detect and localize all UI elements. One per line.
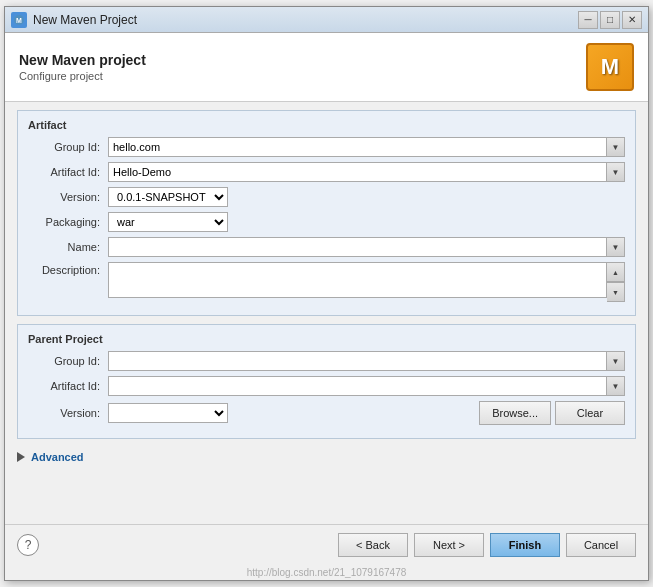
parent-version-row: Version: Browse... Clear	[28, 401, 625, 425]
version-select[interactable]: 0.0.1-SNAPSHOT	[108, 187, 228, 207]
name-dropdown-arrow[interactable]: ▼	[607, 237, 625, 257]
cancel-button[interactable]: Cancel	[566, 533, 636, 557]
next-button[interactable]: Next >	[414, 533, 484, 557]
footer: ? < Back Next > Finish Cancel	[5, 524, 648, 565]
finish-button[interactable]: Finish	[490, 533, 560, 557]
parent-section: Parent Project Group Id: ▼ Artifact Id: …	[17, 324, 636, 439]
browse-button[interactable]: Browse...	[479, 401, 551, 425]
parent-section-label: Parent Project	[28, 333, 625, 345]
parent-artifact-id-arrow[interactable]: ▼	[607, 376, 625, 396]
parent-version-label: Version:	[28, 407, 108, 419]
parent-artifact-id-label: Artifact Id:	[28, 380, 108, 392]
maven-logo: M	[586, 43, 634, 91]
window-title: New Maven Project	[33, 13, 578, 27]
parent-group-id-row: Group Id: ▼	[28, 351, 625, 371]
maximize-button[interactable]: □	[600, 11, 620, 29]
group-id-dropdown-arrow[interactable]: ▼	[607, 137, 625, 157]
footer-buttons: < Back Next > Finish Cancel	[39, 533, 636, 557]
artifact-id-field-wrapper: ▼	[108, 162, 625, 182]
advanced-triangle-icon	[17, 452, 25, 462]
main-window: M New Maven Project ─ □ ✕ New Maven proj…	[4, 6, 649, 581]
packaging-label: Packaging:	[28, 216, 108, 228]
parent-group-id-arrow[interactable]: ▼	[607, 351, 625, 371]
version-row: Version: 0.0.1-SNAPSHOT	[28, 187, 625, 207]
artifact-id-dropdown-arrow[interactable]: ▼	[607, 162, 625, 182]
window-controls: ─ □ ✕	[578, 11, 642, 29]
advanced-label: Advanced	[31, 451, 84, 463]
group-id-field-wrapper: ▼	[108, 137, 625, 157]
artifact-id-input[interactable]	[108, 162, 607, 182]
description-label: Description:	[28, 262, 108, 276]
name-field-wrapper: ▼	[108, 237, 625, 257]
name-row: Name: ▼	[28, 237, 625, 257]
description-row: Description: ▲ ▼	[28, 262, 625, 302]
scroll-up-btn[interactable]: ▲	[607, 262, 625, 282]
scroll-down-btn[interactable]: ▼	[607, 282, 625, 302]
watermark: http://blog.csdn.net/21_1079167478	[5, 565, 648, 580]
title-bar: M New Maven Project ─ □ ✕	[5, 7, 648, 33]
window-icon: M	[11, 12, 27, 28]
group-id-label: Group Id:	[28, 141, 108, 153]
svg-text:M: M	[16, 17, 22, 24]
page-subtitle: Configure project	[19, 70, 146, 82]
artifact-id-row: Artifact Id: ▼	[28, 162, 625, 182]
parent-version-select[interactable]	[108, 403, 228, 423]
name-label: Name:	[28, 241, 108, 253]
parent-artifact-id-wrapper: ▼	[108, 376, 625, 396]
parent-group-id-input[interactable]	[108, 351, 607, 371]
content-area: Artifact Group Id: ▼ Artifact Id: ▼ Ver	[5, 102, 648, 524]
artifact-section: Artifact Group Id: ▼ Artifact Id: ▼ Ver	[17, 110, 636, 316]
group-id-input[interactable]	[108, 137, 607, 157]
version-label: Version:	[28, 191, 108, 203]
page-title: New Maven project	[19, 52, 146, 68]
group-id-row: Group Id: ▼	[28, 137, 625, 157]
advanced-row[interactable]: Advanced	[17, 447, 636, 467]
clear-button[interactable]: Clear	[555, 401, 625, 425]
parent-artifact-id-input[interactable]	[108, 376, 607, 396]
artifact-section-label: Artifact	[28, 119, 625, 131]
header: New Maven project Configure project M	[5, 33, 648, 102]
parent-group-id-wrapper: ▼	[108, 351, 625, 371]
parent-artifact-id-row: Artifact Id: ▼	[28, 376, 625, 396]
parent-group-id-label: Group Id:	[28, 355, 108, 367]
description-textarea[interactable]	[108, 262, 607, 298]
close-button[interactable]: ✕	[622, 11, 642, 29]
description-scroll: ▲ ▼	[607, 262, 625, 302]
packaging-row: Packaging: war jar pom	[28, 212, 625, 232]
back-button[interactable]: < Back	[338, 533, 408, 557]
minimize-button[interactable]: ─	[578, 11, 598, 29]
help-button[interactable]: ?	[17, 534, 39, 556]
name-input[interactable]	[108, 237, 607, 257]
artifact-id-label: Artifact Id:	[28, 166, 108, 178]
packaging-select[interactable]: war jar pom	[108, 212, 228, 232]
